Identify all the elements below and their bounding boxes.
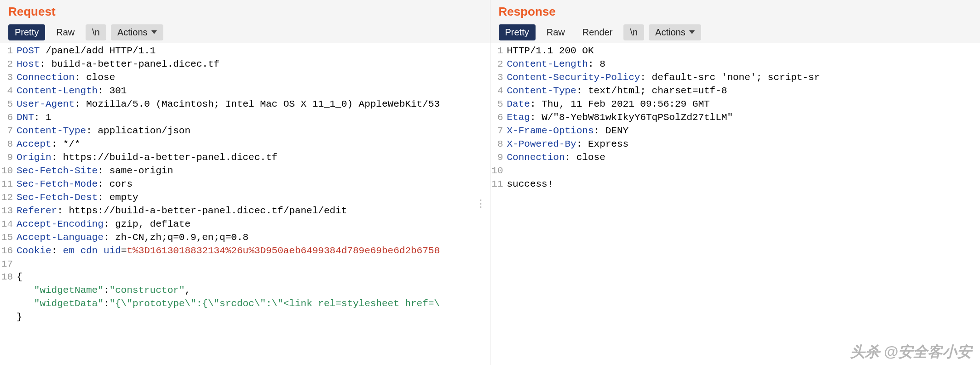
line-number: 5 (490, 98, 507, 111)
code-line[interactable]: 10 (490, 165, 980, 178)
raw-tab[interactable]: Raw (540, 24, 571, 40)
line-number: 17 (0, 258, 17, 271)
line-content: Connection: close (17, 71, 490, 85)
line-content: HTTP/1.1 200 OK (507, 45, 980, 58)
code-line[interactable]: 8X-Powered-By: Express (490, 138, 980, 151)
request-header: Request Pretty Raw \n Actions (0, 0, 490, 43)
line-content: Accept-Encoding: gzip, deflate (17, 218, 490, 231)
code-line[interactable]: 16Cookie: em_cdn_uid=t%3D1613018832134%2… (0, 245, 490, 258)
code-line[interactable]: 13Referer: https://build-a-better-panel.… (0, 205, 490, 218)
code-line[interactable]: 10Sec-Fetch-Site: same-origin (0, 165, 490, 178)
code-line[interactable]: 4Content-Type: text/html; charset=utf-8 (490, 85, 980, 98)
code-line[interactable]: 7X-Frame-Options: DENY (490, 125, 980, 138)
line-content: Content-Length: 301 (17, 85, 490, 98)
line-content: Content-Type: text/html; charset=utf-8 (507, 85, 980, 98)
line-number: 5 (0, 98, 17, 111)
line-content (507, 165, 980, 178)
line-number: 3 (490, 71, 507, 85)
request-pane: Request Pretty Raw \n Actions 1POST /pan… (0, 0, 490, 365)
line-content: Connection: close (507, 151, 980, 165)
request-body[interactable]: 1POST /panel/add HTTP/1.12Host: build-a-… (0, 43, 490, 365)
code-line[interactable]: 2Host: build-a-better-panel.dicec.tf (0, 58, 490, 71)
code-line[interactable]: } (0, 311, 490, 324)
line-content: Sec-Fetch-Site: same-origin (17, 165, 490, 178)
code-line[interactable]: 14Accept-Encoding: gzip, deflate (0, 218, 490, 231)
line-content: Origin: https://build-a-better-panel.dic… (17, 151, 490, 165)
response-toolbar: Pretty Raw Render \n Actions (499, 24, 972, 40)
line-content: DNT: 1 (17, 111, 490, 125)
line-number: 9 (0, 151, 17, 165)
code-line[interactable]: 5Date: Thu, 11 Feb 2021 09:56:29 GMT (490, 98, 980, 111)
code-line[interactable]: 5User-Agent: Mozilla/5.0 (Macintosh; Int… (0, 98, 490, 111)
line-content: } (17, 311, 490, 324)
line-content: User-Agent: Mozilla/5.0 (Macintosh; Inte… (17, 98, 490, 111)
line-content: Etag: W/"8-YebW81wkIkyY6TqPSolZd27tlLM" (507, 111, 980, 125)
code-line[interactable]: 9Origin: https://build-a-better-panel.di… (0, 151, 490, 165)
actions-dropdown[interactable]: Actions (111, 24, 163, 40)
pretty-tab[interactable]: Pretty (8, 24, 45, 40)
actions-dropdown[interactable]: Actions (649, 24, 701, 40)
code-line[interactable]: 18{ (0, 271, 490, 284)
newline-toggle[interactable]: \n (623, 24, 644, 40)
line-content: POST /panel/add HTTP/1.1 (17, 45, 490, 58)
line-number: 18 (0, 271, 17, 284)
code-line[interactable]: 6Etag: W/"8-YebW81wkIkyY6TqPSolZd27tlLM" (490, 111, 980, 125)
chevron-down-icon (689, 30, 695, 34)
more-icon[interactable]: ⋮ (476, 202, 486, 207)
code-line[interactable]: "widgetData":"{\"prototype\":{\"srcdoc\"… (0, 297, 490, 311)
line-number: 4 (0, 85, 17, 98)
line-number (0, 284, 17, 297)
chevron-down-icon (151, 30, 157, 34)
code-line[interactable]: 2Content-Length: 8 (490, 58, 980, 71)
newline-toggle[interactable]: \n (86, 24, 106, 40)
line-number: 3 (0, 71, 17, 85)
line-number: 6 (490, 111, 507, 125)
render-tab[interactable]: Render (576, 24, 619, 40)
line-number: 7 (0, 125, 17, 138)
line-content: Accept: */* (17, 138, 490, 151)
code-line[interactable]: 3Content-Security-Policy: default-src 'n… (490, 71, 980, 85)
response-body[interactable]: 1HTTP/1.1 200 OK2Content-Length: 83Conte… (490, 43, 980, 365)
line-content: Content-Security-Policy: default-src 'no… (507, 71, 980, 85)
code-line[interactable]: 17 (0, 258, 490, 271)
code-line[interactable]: 1HTTP/1.1 200 OK (490, 45, 980, 58)
line-number: 13 (0, 205, 17, 218)
code-line[interactable]: 9Connection: close (490, 151, 980, 165)
line-number: 10 (0, 165, 17, 178)
code-line[interactable]: 7Content-Type: application/json (0, 125, 490, 138)
code-line[interactable]: 11Sec-Fetch-Mode: cors (0, 178, 490, 191)
code-line[interactable]: 15Accept-Language: zh-CN,zh;q=0.9,en;q=0… (0, 231, 490, 245)
line-number: 14 (0, 218, 17, 231)
line-content: Content-Length: 8 (507, 58, 980, 71)
line-number: 10 (490, 165, 507, 178)
request-title: Request (8, 5, 482, 19)
code-line[interactable]: "widgetName":"constructor", (0, 284, 490, 297)
line-number: 12 (0, 191, 17, 205)
line-content: Date: Thu, 11 Feb 2021 09:56:29 GMT (507, 98, 980, 111)
line-content: Accept-Language: zh-CN,zh;q=0.9,en;q=0.8 (17, 231, 490, 245)
code-line[interactable]: 6DNT: 1 (0, 111, 490, 125)
line-content: Sec-Fetch-Mode: cors (17, 178, 490, 191)
code-line[interactable]: 11success! (490, 178, 980, 191)
line-content: "widgetName":"constructor", (17, 284, 490, 297)
code-line[interactable]: 4Content-Length: 301 (0, 85, 490, 98)
line-number: 7 (490, 125, 507, 138)
code-line[interactable]: 1POST /panel/add HTTP/1.1 (0, 45, 490, 58)
raw-tab[interactable]: Raw (50, 24, 81, 40)
pretty-tab[interactable]: Pretty (499, 24, 536, 40)
response-pane: Response Pretty Raw Render \n Actions 1H… (490, 0, 980, 365)
line-number (0, 297, 17, 311)
line-content: Content-Type: application/json (17, 125, 490, 138)
line-content: "widgetData":"{\"prototype\":{\"srcdoc\"… (17, 297, 490, 311)
code-line[interactable]: 12Sec-Fetch-Dest: empty (0, 191, 490, 205)
line-content: Host: build-a-better-panel.dicec.tf (17, 58, 490, 71)
code-line[interactable]: 3Connection: close (0, 71, 490, 85)
line-number: 8 (490, 138, 507, 151)
line-content: Referer: https://build-a-better-panel.di… (17, 205, 490, 218)
line-number: 1 (0, 45, 17, 58)
line-number: 9 (490, 151, 507, 165)
line-number: 2 (0, 58, 17, 71)
line-number: 11 (490, 178, 507, 191)
code-line[interactable]: 8Accept: */* (0, 138, 490, 151)
actions-label: Actions (117, 27, 148, 38)
